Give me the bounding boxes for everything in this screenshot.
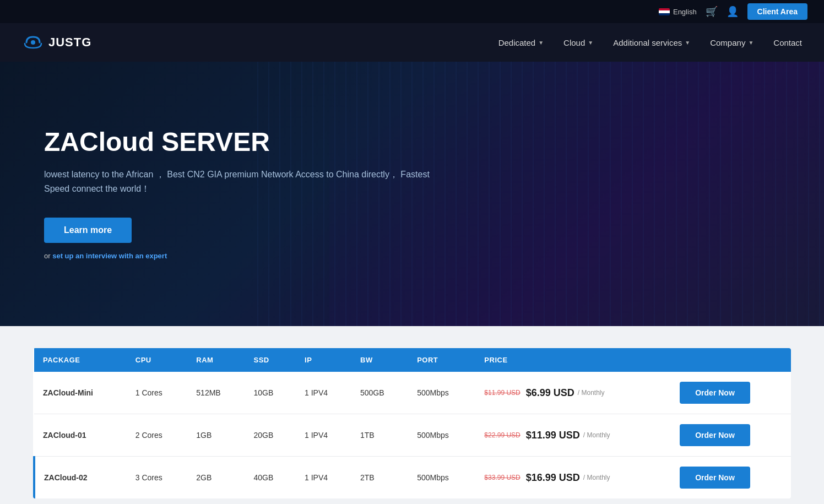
pkg-cpu: 2 Cores <box>127 414 188 457</box>
chevron-down-icon: ▼ <box>685 40 690 46</box>
hero-link-text: or set up an interview with an expert <box>44 252 430 260</box>
col-cpu: CPU <box>127 348 188 372</box>
col-ram: RAM <box>187 348 245 372</box>
hero-subtitle: lowest latency to the African ， Best CN2… <box>44 167 430 196</box>
order-now-button[interactable]: Order Now <box>680 382 750 404</box>
table-row: ZACloud-02 3 Cores 2GB 40GB 1 IPV4 2TB 5… <box>34 457 791 499</box>
nav-item-additional[interactable]: Additional services ▼ <box>613 38 690 47</box>
col-action <box>671 348 791 372</box>
logo-text: JUSTG <box>48 35 91 50</box>
pkg-ssd: 20GB <box>245 414 296 457</box>
pkg-name: ZACloud-01 <box>34 414 127 457</box>
nav-item-dedicated[interactable]: Dedicated ▼ <box>498 38 544 47</box>
col-port: PORT <box>408 348 475 372</box>
hero-content: ZACloud SERVER lowest latency to the Afr… <box>44 128 430 261</box>
cart-icon[interactable]: 🛒 <box>706 6 718 18</box>
pkg-price: $22.99 USD $11.99 USD / Monthly <box>475 414 671 457</box>
learn-more-button[interactable]: Learn more <box>44 218 132 243</box>
nav-additional-label: Additional services <box>613 38 682 47</box>
price-period: / Monthly <box>583 431 610 439</box>
chevron-down-icon: ▼ <box>748 40 753 46</box>
pkg-cpu: 3 Cores <box>127 457 188 499</box>
hero-section: ZACloud SERVER lowest latency to the Afr… <box>0 62 824 326</box>
order-cell: Order Now <box>671 414 791 457</box>
table-header: PACKAGE CPU RAM SSD IP BW PORT PRICE <box>34 348 791 372</box>
topbar: English 🛒 👤 Client Area <box>0 0 824 23</box>
language-selector[interactable]: English <box>659 8 697 16</box>
pkg-name: ZACloud-02 <box>34 457 127 499</box>
nav-contact-label: Contact <box>773 38 802 47</box>
nav-item-cloud[interactable]: Cloud ▼ <box>563 38 593 47</box>
nav-company-label: Company <box>710 38 745 47</box>
pkg-ram: 1GB <box>187 414 245 457</box>
pkg-price: $11.99 USD $6.99 USD / Monthly <box>475 372 671 414</box>
hero-link-prefix: or <box>44 252 51 260</box>
pkg-ip: 1 IPV4 <box>296 414 351 457</box>
order-now-button[interactable]: Order Now <box>680 467 750 489</box>
pkg-bw: 2TB <box>351 457 408 499</box>
nav-cloud-label: Cloud <box>563 38 585 47</box>
order-cell: Order Now <box>671 457 791 499</box>
pkg-bw: 500GB <box>351 372 408 414</box>
col-price: PRICE <box>475 348 671 372</box>
pkg-ip: 1 IPV4 <box>296 372 351 414</box>
col-ssd: SSD <box>245 348 296 372</box>
pkg-price: $33.99 USD $16.99 USD / Monthly <box>475 457 671 499</box>
nav-item-contact[interactable]: Contact <box>773 38 802 47</box>
nav-dedicated-label: Dedicated <box>498 38 536 47</box>
pkg-port: 500Mbps <box>408 414 475 457</box>
hero-title: ZACloud SERVER <box>44 128 430 157</box>
logo-icon <box>22 31 44 53</box>
pkg-ssd: 10GB <box>245 372 296 414</box>
expert-link[interactable]: set up an interview with an expert <box>52 252 167 260</box>
topbar-icons: 🛒 👤 <box>706 6 739 18</box>
pkg-ip: 1 IPV4 <box>296 457 351 499</box>
price-new: $11.99 USD <box>526 430 580 441</box>
pkg-ram: 512MB <box>187 372 245 414</box>
pkg-port: 500Mbps <box>408 372 475 414</box>
price-period: / Monthly <box>583 474 610 481</box>
price-new: $16.99 USD <box>526 472 580 484</box>
flag-us-icon <box>659 8 670 15</box>
table-row: ZACloud-Mini 1 Cores 512MB 10GB 1 IPV4 5… <box>34 372 791 414</box>
pkg-port: 500Mbps <box>408 457 475 499</box>
pkg-ram: 2GB <box>187 457 245 499</box>
client-area-button[interactable]: Client Area <box>747 3 807 20</box>
table-row: ZACloud-01 2 Cores 1GB 20GB 1 IPV4 1TB 5… <box>34 414 791 457</box>
chevron-down-icon: ▼ <box>588 40 593 46</box>
col-package: PACKAGE <box>34 348 127 372</box>
price-old: $33.99 USD <box>484 474 520 481</box>
logo[interactable]: JUSTG <box>22 31 91 53</box>
pricing-section: PACKAGE CPU RAM SSD IP BW PORT PRICE ZAC… <box>0 326 824 504</box>
navbar: JUSTG Dedicated ▼ Cloud ▼ Additional ser… <box>0 23 824 62</box>
svg-point-0 <box>31 40 35 45</box>
order-cell: Order Now <box>671 372 791 414</box>
pkg-name: ZACloud-Mini <box>34 372 127 414</box>
order-now-button[interactable]: Order Now <box>680 424 750 446</box>
price-old: $22.99 USD <box>484 431 520 439</box>
user-icon[interactable]: 👤 <box>727 6 739 18</box>
pkg-bw: 1TB <box>351 414 408 457</box>
pricing-table: PACKAGE CPU RAM SSD IP BW PORT PRICE ZAC… <box>33 348 791 498</box>
price-period: / Monthly <box>578 389 605 397</box>
pkg-ssd: 40GB <box>245 457 296 499</box>
price-new: $6.99 USD <box>526 387 574 399</box>
col-bw: BW <box>351 348 408 372</box>
nav-links: Dedicated ▼ Cloud ▼ Additional services … <box>498 38 802 47</box>
lang-label: English <box>673 8 697 16</box>
col-ip: IP <box>296 348 351 372</box>
nav-item-company[interactable]: Company ▼ <box>710 38 753 47</box>
price-old: $11.99 USD <box>484 389 520 397</box>
chevron-down-icon: ▼ <box>538 40 544 46</box>
pkg-cpu: 1 Cores <box>127 372 188 414</box>
